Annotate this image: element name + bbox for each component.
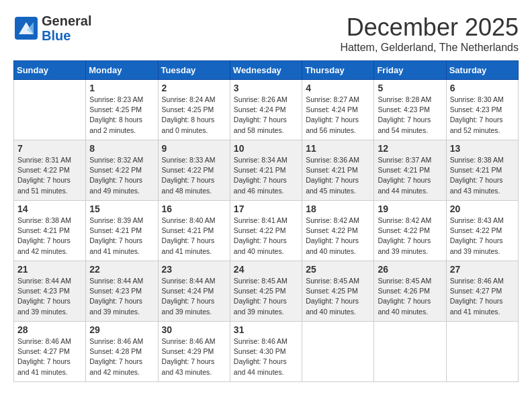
day-info: Sunrise: 8:42 AM Sunset: 4:22 PM Dayligh… bbox=[306, 216, 370, 257]
calendar-cell: 19Sunrise: 8:42 AM Sunset: 4:22 PM Dayli… bbox=[374, 201, 446, 261]
calendar-cell: 30Sunrise: 8:46 AM Sunset: 4:29 PM Dayli… bbox=[158, 322, 230, 382]
calendar-cell: 15Sunrise: 8:39 AM Sunset: 4:21 PM Dayli… bbox=[86, 201, 158, 261]
day-info: Sunrise: 8:45 AM Sunset: 4:25 PM Dayligh… bbox=[234, 276, 298, 317]
day-number: 11 bbox=[306, 143, 370, 154]
weekday-header-wednesday: Wednesday bbox=[230, 61, 302, 80]
day-number: 8 bbox=[89, 143, 154, 154]
logo: General Blue bbox=[13, 13, 91, 43]
day-number: 4 bbox=[306, 83, 370, 93]
weekday-header-saturday: Saturday bbox=[446, 61, 518, 80]
day-info: Sunrise: 8:39 AM Sunset: 4:21 PM Dayligh… bbox=[89, 216, 154, 257]
day-info: Sunrise: 8:45 AM Sunset: 4:26 PM Dayligh… bbox=[378, 276, 442, 317]
day-number: 13 bbox=[450, 143, 515, 154]
calendar-cell: 21Sunrise: 8:44 AM Sunset: 4:23 PM Dayli… bbox=[14, 261, 86, 322]
calendar-cell: 27Sunrise: 8:46 AM Sunset: 4:27 PM Dayli… bbox=[446, 261, 518, 322]
calendar-cell: 29Sunrise: 8:46 AM Sunset: 4:28 PM Dayli… bbox=[86, 322, 158, 382]
day-info: Sunrise: 8:46 AM Sunset: 4:30 PM Dayligh… bbox=[234, 336, 298, 377]
day-number: 2 bbox=[162, 83, 226, 93]
day-number: 29 bbox=[89, 324, 154, 335]
day-info: Sunrise: 8:45 AM Sunset: 4:25 PM Dayligh… bbox=[306, 276, 370, 317]
calendar-week-row: 7Sunrise: 8:31 AM Sunset: 4:22 PM Daylig… bbox=[14, 140, 519, 201]
calendar-cell bbox=[374, 322, 446, 382]
day-info: Sunrise: 8:42 AM Sunset: 4:22 PM Dayligh… bbox=[378, 216, 442, 257]
calendar-cell: 23Sunrise: 8:44 AM Sunset: 4:24 PM Dayli… bbox=[158, 261, 230, 322]
calendar-cell: 22Sunrise: 8:44 AM Sunset: 4:23 PM Dayli… bbox=[86, 261, 158, 322]
calendar-cell: 10Sunrise: 8:34 AM Sunset: 4:21 PM Dayli… bbox=[230, 140, 302, 201]
day-info: Sunrise: 8:31 AM Sunset: 4:22 PM Dayligh… bbox=[17, 155, 82, 196]
weekday-header-sunday: Sunday bbox=[14, 61, 86, 80]
day-info: Sunrise: 8:44 AM Sunset: 4:23 PM Dayligh… bbox=[89, 276, 154, 317]
day-info: Sunrise: 8:33 AM Sunset: 4:22 PM Dayligh… bbox=[162, 155, 226, 196]
day-info: Sunrise: 8:46 AM Sunset: 4:28 PM Dayligh… bbox=[89, 336, 154, 377]
calendar-cell: 6Sunrise: 8:30 AM Sunset: 4:23 PM Daylig… bbox=[446, 80, 518, 140]
calendar-cell bbox=[14, 80, 86, 140]
weekday-header-row: SundayMondayTuesdayWednesdayThursdayFrid… bbox=[14, 61, 519, 80]
calendar-cell: 25Sunrise: 8:45 AM Sunset: 4:25 PM Dayli… bbox=[302, 261, 374, 322]
calendar-cell: 11Sunrise: 8:36 AM Sunset: 4:21 PM Dayli… bbox=[302, 140, 374, 201]
day-number: 28 bbox=[17, 324, 82, 335]
day-number: 10 bbox=[234, 143, 298, 154]
day-number: 7 bbox=[17, 143, 82, 154]
calendar-cell: 7Sunrise: 8:31 AM Sunset: 4:22 PM Daylig… bbox=[14, 140, 86, 201]
day-info: Sunrise: 8:40 AM Sunset: 4:21 PM Dayligh… bbox=[162, 216, 226, 257]
day-info: Sunrise: 8:32 AM Sunset: 4:22 PM Dayligh… bbox=[89, 155, 154, 196]
day-info: Sunrise: 8:36 AM Sunset: 4:21 PM Dayligh… bbox=[306, 155, 370, 196]
calendar-week-row: 1Sunrise: 8:23 AM Sunset: 4:25 PM Daylig… bbox=[14, 80, 519, 140]
day-info: Sunrise: 8:38 AM Sunset: 4:21 PM Dayligh… bbox=[450, 155, 515, 196]
day-number: 25 bbox=[306, 264, 370, 275]
calendar-cell: 16Sunrise: 8:40 AM Sunset: 4:21 PM Dayli… bbox=[158, 201, 230, 261]
calendar-cell: 17Sunrise: 8:41 AM Sunset: 4:22 PM Dayli… bbox=[230, 201, 302, 261]
calendar-week-row: 28Sunrise: 8:46 AM Sunset: 4:27 PM Dayli… bbox=[14, 322, 519, 382]
day-number: 30 bbox=[162, 324, 226, 335]
calendar-cell: 9Sunrise: 8:33 AM Sunset: 4:22 PM Daylig… bbox=[158, 140, 230, 201]
day-info: Sunrise: 8:23 AM Sunset: 4:25 PM Dayligh… bbox=[89, 95, 154, 136]
day-number: 12 bbox=[378, 143, 442, 154]
calendar-cell: 20Sunrise: 8:43 AM Sunset: 4:22 PM Dayli… bbox=[446, 201, 518, 261]
calendar-cell: 28Sunrise: 8:46 AM Sunset: 4:27 PM Dayli… bbox=[14, 322, 86, 382]
day-number: 19 bbox=[378, 203, 442, 214]
day-info: Sunrise: 8:41 AM Sunset: 4:22 PM Dayligh… bbox=[234, 216, 298, 257]
subtitle: Hattem, Gelderland, The Netherlands bbox=[340, 42, 519, 54]
title-block: December 2025 Hattem, Gelderland, The Ne… bbox=[340, 13, 519, 54]
day-number: 3 bbox=[234, 83, 298, 93]
day-number: 27 bbox=[450, 264, 515, 275]
calendar-cell: 3Sunrise: 8:26 AM Sunset: 4:24 PM Daylig… bbox=[230, 80, 302, 140]
day-number: 15 bbox=[89, 203, 154, 214]
day-number: 20 bbox=[450, 203, 515, 214]
day-number: 22 bbox=[89, 264, 154, 275]
calendar-cell bbox=[446, 322, 518, 382]
day-number: 23 bbox=[162, 264, 226, 275]
day-number: 9 bbox=[162, 143, 226, 154]
day-info: Sunrise: 8:37 AM Sunset: 4:21 PM Dayligh… bbox=[378, 155, 442, 196]
calendar-cell: 5Sunrise: 8:28 AM Sunset: 4:23 PM Daylig… bbox=[374, 80, 446, 140]
day-number: 14 bbox=[17, 203, 82, 214]
day-info: Sunrise: 8:46 AM Sunset: 4:27 PM Dayligh… bbox=[450, 276, 515, 317]
day-info: Sunrise: 8:24 AM Sunset: 4:25 PM Dayligh… bbox=[162, 95, 226, 136]
calendar-week-row: 14Sunrise: 8:38 AM Sunset: 4:21 PM Dayli… bbox=[14, 201, 519, 261]
weekday-header-thursday: Thursday bbox=[302, 61, 374, 80]
day-info: Sunrise: 8:34 AM Sunset: 4:21 PM Dayligh… bbox=[234, 155, 298, 196]
day-info: Sunrise: 8:46 AM Sunset: 4:27 PM Dayligh… bbox=[17, 336, 82, 377]
calendar-cell: 26Sunrise: 8:45 AM Sunset: 4:26 PM Dayli… bbox=[374, 261, 446, 322]
calendar-cell: 8Sunrise: 8:32 AM Sunset: 4:22 PM Daylig… bbox=[86, 140, 158, 201]
page-header: General Blue December 2025 Hattem, Gelde… bbox=[13, 13, 519, 54]
day-info: Sunrise: 8:28 AM Sunset: 4:23 PM Dayligh… bbox=[378, 95, 442, 136]
day-number: 16 bbox=[162, 203, 226, 214]
calendar-cell: 24Sunrise: 8:45 AM Sunset: 4:25 PM Dayli… bbox=[230, 261, 302, 322]
weekday-header-tuesday: Tuesday bbox=[158, 61, 230, 80]
day-number: 18 bbox=[306, 203, 370, 214]
calendar-cell: 4Sunrise: 8:27 AM Sunset: 4:24 PM Daylig… bbox=[302, 80, 374, 140]
logo-general: General bbox=[42, 13, 91, 28]
weekday-header-monday: Monday bbox=[86, 61, 158, 80]
weekday-header-friday: Friday bbox=[374, 61, 446, 80]
day-info: Sunrise: 8:43 AM Sunset: 4:22 PM Dayligh… bbox=[450, 216, 515, 257]
calendar-cell: 1Sunrise: 8:23 AM Sunset: 4:25 PM Daylig… bbox=[86, 80, 158, 140]
day-info: Sunrise: 8:26 AM Sunset: 4:24 PM Dayligh… bbox=[234, 95, 298, 136]
day-number: 24 bbox=[234, 264, 298, 275]
day-number: 31 bbox=[234, 324, 298, 335]
month-title: December 2025 bbox=[340, 13, 519, 42]
day-info: Sunrise: 8:46 AM Sunset: 4:29 PM Dayligh… bbox=[162, 336, 226, 377]
day-info: Sunrise: 8:27 AM Sunset: 4:24 PM Dayligh… bbox=[306, 95, 370, 136]
logo-icon bbox=[13, 15, 39, 41]
day-info: Sunrise: 8:44 AM Sunset: 4:24 PM Dayligh… bbox=[162, 276, 226, 317]
